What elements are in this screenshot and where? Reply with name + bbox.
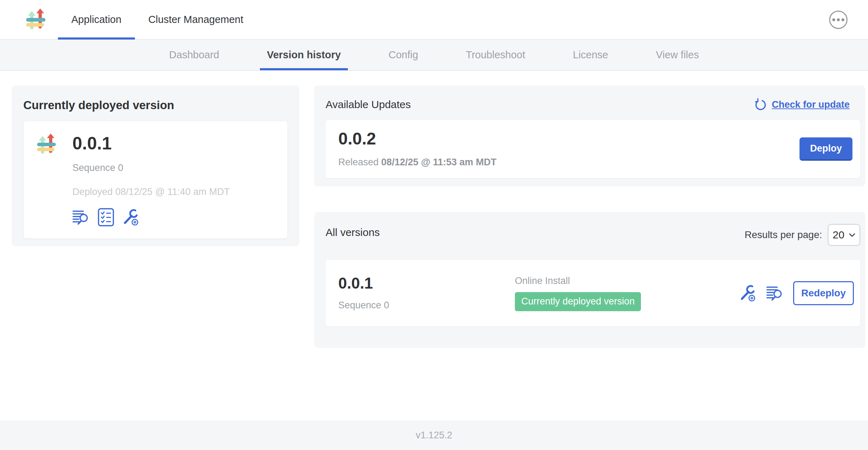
tab-troubleshoot-label: Troubleshoot <box>466 49 525 61</box>
app-logo-icon <box>36 133 59 156</box>
console-version: v1.125.2 <box>416 430 452 441</box>
currently-deployed-panel: Currently deployed version 0.0.1 Sequenc… <box>12 85 299 246</box>
row-version-number: 0.0.1 <box>338 276 515 291</box>
tab-version-history-label: Version history <box>267 49 341 61</box>
update-version-number: 0.0.2 <box>338 130 497 147</box>
tab-application-label: Application <box>71 14 121 25</box>
row-sequence: Sequence 0 <box>338 300 515 311</box>
results-per-page: Results per page: 20 <box>745 224 860 246</box>
overflow-menu-button[interactable] <box>829 11 848 29</box>
subnav-tabs: Dashboard Version history Config Trouble… <box>162 40 706 70</box>
tab-dashboard-label: Dashboard <box>169 49 219 61</box>
check-for-update-label: Check for update <box>772 99 850 110</box>
deployed-sequence: Sequence 0 <box>72 162 230 173</box>
right-column: Available Updates Check for update 0.0.2 <box>314 85 865 348</box>
row-actions: Redeploy <box>739 281 854 305</box>
available-updates-panel: Available Updates Check for update 0.0.2 <box>314 85 865 186</box>
tab-dashboard[interactable]: Dashboard <box>162 40 226 70</box>
version-history-content: Currently deployed version 0.0.1 Sequenc… <box>0 71 868 420</box>
tab-application[interactable]: Application <box>58 0 135 39</box>
edit-config-icon[interactable] <box>739 284 756 302</box>
tab-view-files[interactable]: View files <box>649 40 706 70</box>
app-subnav: Dashboard Version history Config Trouble… <box>0 40 868 71</box>
currently-deployed-badge: Currently deployed version <box>515 292 641 311</box>
preflight-checks-icon[interactable] <box>98 208 114 226</box>
redeploy-button[interactable]: Redeploy <box>793 281 854 305</box>
tab-version-history[interactable]: Version history <box>260 40 348 70</box>
available-update-card: 0.0.2 Released 08/12/25 @ 11:53 am MDT D… <box>326 120 860 178</box>
tab-view-files-label: View files <box>656 49 699 61</box>
tab-config-label: Config <box>388 49 418 61</box>
deployed-version-card: 0.0.1 Sequence 0 Deployed 08/12/25 @ 11:… <box>23 121 288 239</box>
deployed-timestamp: Deployed 08/12/25 @ 11:40 am MDT <box>72 186 230 197</box>
currently-deployed-title: Currently deployed version <box>23 98 288 112</box>
tab-troubleshoot[interactable]: Troubleshoot <box>459 40 532 70</box>
ellipsis-icon <box>832 18 835 21</box>
app-logo-icon <box>25 8 49 31</box>
deploy-button[interactable]: Deploy <box>799 137 852 161</box>
chevron-down-icon <box>849 233 855 237</box>
results-per-page-value: 20 <box>833 229 844 241</box>
row-install-type: Online Install <box>515 275 641 286</box>
all-versions-title: All versions <box>326 226 380 239</box>
results-per-page-label: Results per page: <box>745 229 822 241</box>
deployed-version-number: 0.0.1 <box>72 134 230 153</box>
admin-console-page: Application Cluster Management Dashboard… <box>0 0 868 450</box>
deployed-version-actions <box>72 208 230 226</box>
active-subnav-tab-underline <box>260 68 348 70</box>
tab-license[interactable]: License <box>566 40 615 70</box>
header-tabs: Application Cluster Management <box>58 0 257 39</box>
tab-config[interactable]: Config <box>381 40 425 70</box>
update-released-timestamp: Released 08/12/25 @ 11:53 am MDT <box>338 156 497 168</box>
results-per-page-select[interactable]: 20 <box>828 224 860 246</box>
edit-config-icon[interactable] <box>123 208 139 226</box>
release-notes-icon[interactable] <box>72 210 89 225</box>
tab-license-label: License <box>573 49 608 61</box>
version-row: 0.0.1 Sequence 0 Online Install Currentl… <box>326 260 860 326</box>
release-notes-icon[interactable] <box>766 286 783 301</box>
console-footer: v1.125.2 <box>0 420 868 450</box>
refresh-icon <box>754 98 767 111</box>
check-for-update-link[interactable]: Check for update <box>754 98 850 111</box>
tab-cluster-management-label: Cluster Management <box>148 14 243 25</box>
active-header-tab-underline <box>58 37 135 40</box>
app-header: Application Cluster Management <box>0 0 868 40</box>
available-updates-title: Available Updates <box>326 98 411 111</box>
all-versions-panel: All versions Results per page: 20 <box>314 212 865 348</box>
tab-cluster-management[interactable]: Cluster Management <box>135 0 257 39</box>
